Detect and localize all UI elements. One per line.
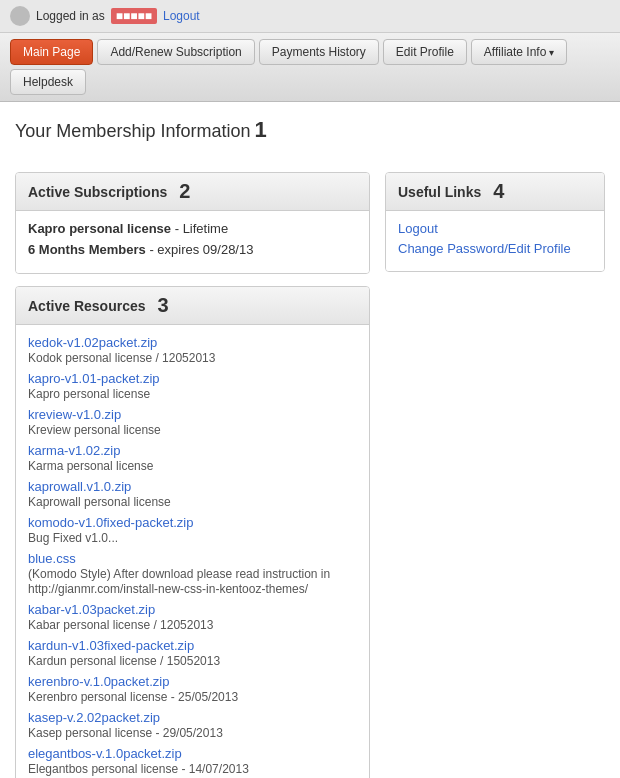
active-subscriptions-header: Active Subscriptions 2	[16, 173, 369, 211]
resource-description: Elegantbos personal license - 14/07/2013	[28, 762, 249, 776]
list-item: karma-v1.02.zipKarma personal license	[28, 443, 357, 473]
nav-payments[interactable]: Payments History	[259, 39, 379, 65]
active-resources-section: Active Resources 3 kedok-v1.02packet.zip…	[15, 286, 370, 778]
resource-download-link[interactable]: kedok-v1.02packet.zip	[28, 335, 357, 350]
right-column: Useful Links 4 Logout Change Password/Ed…	[385, 172, 605, 778]
useful-links-body: Logout Change Password/Edit Profile	[386, 211, 604, 271]
list-item: kapro-v1.01-packet.zipKapro personal lic…	[28, 371, 357, 401]
nav-main-page[interactable]: Main Page	[10, 39, 93, 65]
resource-description: Kardun personal license / 15052013	[28, 654, 220, 668]
resource-description: Bug Fixed v1.0...	[28, 531, 118, 545]
list-item: kasep-v.2.02packet.zipKasep personal lic…	[28, 710, 357, 740]
sub-name-2: 6 Months Members	[28, 242, 146, 257]
active-subscriptions-section: Active Subscriptions 2 Kapro personal li…	[15, 172, 370, 274]
useful-link-change-password[interactable]: Change Password/Edit Profile	[398, 241, 592, 256]
resource-description: Kasep personal license - 29/05/2013	[28, 726, 223, 740]
list-item: elegantbos-v.1.0packet.zipElegantbos per…	[28, 746, 357, 776]
subscriptions-number: 2	[179, 180, 190, 203]
top-logout-link[interactable]: Logout	[163, 9, 200, 23]
useful-links-header: Useful Links 4	[386, 173, 604, 211]
active-resources-title: Active Resources	[28, 298, 146, 314]
page-title: Your Membership Information	[15, 121, 250, 142]
user-icon	[10, 6, 30, 26]
resource-download-link[interactable]: kreview-v1.0.zip	[28, 407, 357, 422]
list-item: blue.css(Komodo Style) After download pl…	[28, 551, 357, 596]
resource-download-link[interactable]: komodo-v1.0fixed-packet.zip	[28, 515, 357, 530]
nav-add-renew[interactable]: Add/Renew Subscription	[97, 39, 254, 65]
resource-download-link[interactable]: kardun-v1.03fixed-packet.zip	[28, 638, 357, 653]
active-resources-header: Active Resources 3	[16, 287, 369, 325]
active-resources-body: kedok-v1.02packet.zipKodok personal lice…	[16, 325, 369, 778]
resources-number: 3	[158, 294, 169, 317]
resource-description: Kaprowall personal license	[28, 495, 171, 509]
sub-name-1: Kapro personal license	[28, 221, 171, 236]
list-item: komodo-v1.0fixed-packet.zipBug Fixed v1.…	[28, 515, 357, 545]
resource-download-link[interactable]: kerenbro-v.1.0packet.zip	[28, 674, 357, 689]
nav-bar: Main Page Add/Renew Subscription Payment…	[0, 33, 620, 102]
active-subscriptions-body: Kapro personal license - Lifetime 6 Mont…	[16, 211, 369, 273]
resource-description: Kerenbro personal license - 25/05/2013	[28, 690, 238, 704]
useful-links-number: 4	[493, 180, 504, 203]
list-item: Kapro personal license - Lifetime	[28, 221, 357, 236]
columns-layout: Active Subscriptions 2 Kapro personal li…	[15, 172, 605, 778]
useful-links-title: Useful Links	[398, 184, 481, 200]
list-item: 6 Months Members - expires 09/28/13	[28, 242, 357, 257]
resource-download-link[interactable]: karma-v1.02.zip	[28, 443, 357, 458]
list-item: kreview-v1.0.zipKreview personal license	[28, 407, 357, 437]
username-badge: ■■■■■	[111, 8, 157, 24]
resource-description: Kabar personal license / 12052013	[28, 618, 213, 632]
nav-affiliate[interactable]: Affiliate Info	[471, 39, 567, 65]
resource-description: Kreview personal license	[28, 423, 161, 437]
resource-download-link[interactable]: kapro-v1.01-packet.zip	[28, 371, 357, 386]
sub-detail-1: - Lifetime	[175, 221, 228, 236]
list-item: kerenbro-v.1.0packet.zipKerenbro persona…	[28, 674, 357, 704]
list-item: kabar-v1.03packet.zipKabar personal lice…	[28, 602, 357, 632]
resource-description: (Komodo Style) After download please rea…	[28, 567, 330, 596]
resource-download-link[interactable]: kaprowall.v1.0.zip	[28, 479, 357, 494]
resource-download-link[interactable]: elegantbos-v.1.0packet.zip	[28, 746, 357, 761]
nav-helpdesk[interactable]: Helpdesk	[10, 69, 86, 95]
resource-download-link[interactable]: kasep-v.2.02packet.zip	[28, 710, 357, 725]
resource-description: Kodok personal license / 12052013	[28, 351, 215, 365]
page-title-row: Your Membership Information 1	[15, 117, 605, 157]
resource-description: Kapro personal license	[28, 387, 150, 401]
main-content: Your Membership Information 1 Active Sub…	[0, 102, 620, 778]
list-item: kedok-v1.02packet.zipKodok personal lice…	[28, 335, 357, 365]
resource-download-link[interactable]: blue.css	[28, 551, 357, 566]
useful-links-section: Useful Links 4 Logout Change Password/Ed…	[385, 172, 605, 272]
page-number: 1	[254, 117, 266, 143]
active-subscriptions-title: Active Subscriptions	[28, 184, 167, 200]
resource-download-link[interactable]: kabar-v1.03packet.zip	[28, 602, 357, 617]
list-item: kardun-v1.03fixed-packet.zipKardun perso…	[28, 638, 357, 668]
left-column: Active Subscriptions 2 Kapro personal li…	[15, 172, 370, 778]
useful-link-logout[interactable]: Logout	[398, 221, 592, 236]
top-bar: Logged in as ■■■■■ Logout	[0, 0, 620, 33]
logged-in-text: Logged in as	[36, 9, 105, 23]
nav-edit-profile[interactable]: Edit Profile	[383, 39, 467, 65]
resource-description: Karma personal license	[28, 459, 153, 473]
sub-detail-2: - expires 09/28/13	[149, 242, 253, 257]
list-item: kaprowall.v1.0.zipKaprowall personal lic…	[28, 479, 357, 509]
